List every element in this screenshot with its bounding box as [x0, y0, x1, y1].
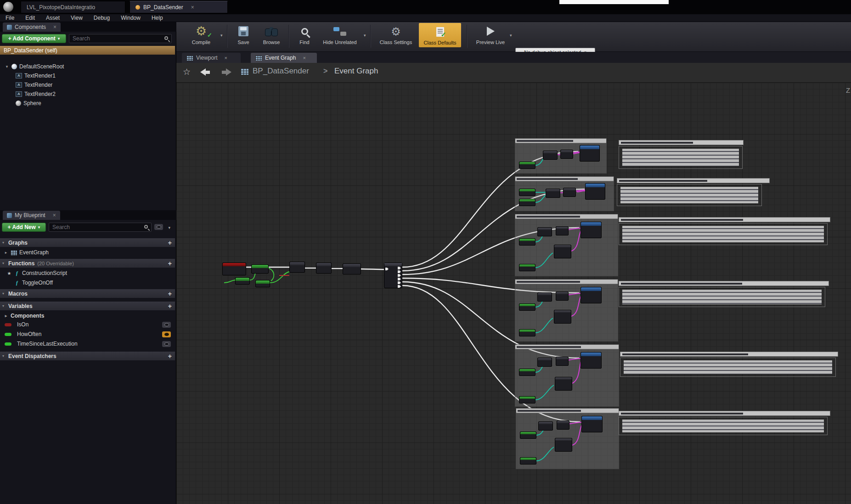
menu-edit[interactable]: Edit	[20, 15, 40, 21]
components-category-row[interactable]: ▸ Components	[0, 312, 175, 320]
add-event-dispatcher-button[interactable]: +	[168, 352, 172, 360]
hide-unrelated-button[interactable]: Hide Unrelated	[318, 24, 362, 45]
node[interactable]	[537, 292, 552, 302]
variable-row-timesincelastexecution[interactable]: TimeSinceLastExecution	[0, 340, 175, 348]
add-function-button[interactable]: +	[168, 259, 172, 268]
my-blueprint-panel-tab[interactable]: My Blueprint ×	[3, 211, 60, 220]
node-cluster-3[interactable]	[515, 214, 618, 276]
node[interactable]	[556, 226, 569, 235]
comment-box-title[interactable]	[619, 281, 829, 286]
node[interactable]	[519, 238, 535, 246]
node[interactable]	[557, 420, 569, 430]
comment-box-text[interactable]	[620, 358, 836, 377]
function-row-constructionscript[interactable]: ★ ƒ ConstructionScript	[0, 269, 175, 277]
add-variable-button[interactable]: +	[168, 302, 172, 310]
node[interactable]	[519, 329, 535, 336]
comment-box-title[interactable]	[617, 178, 770, 183]
node[interactable]	[520, 431, 536, 439]
node[interactable]	[519, 199, 535, 206]
event-graph-canvas[interactable]: Z	[176, 83, 851, 504]
event-graph-row[interactable]: ▸ EventGraph	[0, 248, 175, 257]
set-text-node[interactable]	[581, 416, 603, 432]
component-row-sphere[interactable]: Sphere	[0, 99, 175, 107]
save-button[interactable]: Save	[231, 24, 256, 45]
components-search-input[interactable]	[69, 34, 172, 43]
expander-icon[interactable]: ▸	[4, 250, 8, 255]
preview-live-dropdown-icon[interactable]: ▾	[510, 33, 512, 38]
set-text-node[interactable]	[580, 222, 602, 238]
tab-bp-datasender[interactable]: BP_DataSender ×	[130, 1, 228, 13]
menu-asset[interactable]: Asset	[40, 15, 65, 21]
component-row-textrender[interactable]: TextRender	[0, 81, 175, 89]
find-button[interactable]: Find	[292, 24, 317, 45]
comment-box-title[interactable]	[620, 352, 838, 357]
browse-button[interactable]: Browse	[257, 24, 286, 45]
node[interactable]	[554, 245, 571, 258]
tab-level[interactable]: LVL_PixotopeDataIntegratio	[21, 1, 125, 13]
node-cluster-4[interactable]	[515, 279, 618, 342]
node[interactable]	[519, 162, 535, 169]
node[interactable]	[519, 396, 535, 403]
node-cluster-5[interactable]	[515, 344, 619, 407]
add-macro-button[interactable]: +	[168, 289, 172, 298]
viewport-tab[interactable]: Viewport ×	[182, 53, 241, 63]
pure-function-node[interactable]	[235, 277, 250, 285]
function-node[interactable]	[316, 263, 332, 274]
node[interactable]	[519, 369, 535, 376]
forward-arrow-icon[interactable]	[220, 68, 231, 76]
event-graph-tab[interactable]: Event Graph ×	[251, 53, 317, 63]
menu-view[interactable]: View	[65, 15, 88, 21]
node[interactable]	[563, 188, 576, 197]
event-dispatchers-section-header[interactable]: ▾ Event Dispatchers +	[0, 352, 175, 360]
back-arrow-icon[interactable]	[200, 68, 212, 76]
event-node[interactable]	[222, 263, 246, 275]
function-node[interactable]	[289, 262, 305, 273]
set-text-node[interactable]	[585, 183, 605, 200]
function-row-toggleonoff[interactable]: ★ ƒ ToggleOnOff	[0, 279, 175, 287]
variable-row-ison[interactable]: IsOn	[0, 320, 175, 329]
expander-icon[interactable]: ▸	[4, 314, 8, 318]
close-icon[interactable]: ×	[53, 212, 56, 218]
component-row-self-selected[interactable]: BP_DataSender (self)	[0, 46, 175, 55]
component-row-textrender1[interactable]: TextRender1	[0, 72, 175, 80]
compile-dropdown-icon[interactable]: ▾	[220, 33, 223, 38]
functions-section-header[interactable]: ▾ Functions (20 Overridable) +	[0, 259, 175, 268]
close-icon[interactable]: ×	[53, 24, 56, 30]
class-defaults-button[interactable]: ✓ Class Defaults	[419, 23, 461, 47]
node[interactable]	[519, 303, 535, 311]
chevron-down-icon[interactable]: ▾	[168, 225, 170, 230]
node[interactable]	[555, 438, 572, 452]
comment-box-text[interactable]	[619, 146, 743, 169]
close-icon[interactable]: ×	[191, 4, 194, 11]
view-options-eye-icon[interactable]	[154, 224, 163, 230]
add-graph-button[interactable]: +	[168, 238, 172, 247]
breadcrumb-root[interactable]: BP_DataSender	[253, 67, 309, 76]
my-blueprint-search-input[interactable]	[49, 223, 152, 232]
node[interactable]	[546, 189, 560, 198]
comment-box-title[interactable]	[619, 140, 744, 145]
set-text-node[interactable]	[580, 145, 600, 162]
node[interactable]	[554, 310, 571, 324]
graphs-section-header[interactable]: ▾ Graphs +	[0, 238, 175, 247]
node[interactable]	[543, 151, 558, 160]
component-row-defaultsceneroot[interactable]: ▾ DefaultSceneRoot	[0, 62, 175, 71]
node[interactable]	[555, 377, 572, 391]
comment-box-title[interactable]	[619, 217, 830, 222]
add-new-button[interactable]: + Add New ▾	[2, 223, 46, 232]
node[interactable]	[519, 264, 535, 271]
hide-unrelated-dropdown-icon[interactable]: ▾	[364, 33, 366, 38]
class-settings-button[interactable]: ⚙ Class Settings	[375, 24, 417, 45]
favorite-star-icon[interactable]: ☆	[183, 67, 191, 77]
function-node[interactable]	[343, 263, 361, 274]
pure-function-node[interactable]	[251, 264, 269, 274]
visibility-eye-icon-public[interactable]	[162, 331, 171, 337]
sequence-node[interactable]	[384, 263, 402, 288]
menu-help[interactable]: Help	[146, 15, 169, 21]
add-component-button[interactable]: + Add Component ▾	[2, 34, 66, 43]
node[interactable]	[556, 357, 569, 366]
expander-icon[interactable]: ▾	[5, 64, 9, 69]
comment-box-text[interactable]	[619, 287, 825, 307]
node[interactable]	[560, 150, 573, 159]
pure-function-node[interactable]	[255, 280, 270, 287]
comment-box-text[interactable]	[617, 184, 762, 206]
